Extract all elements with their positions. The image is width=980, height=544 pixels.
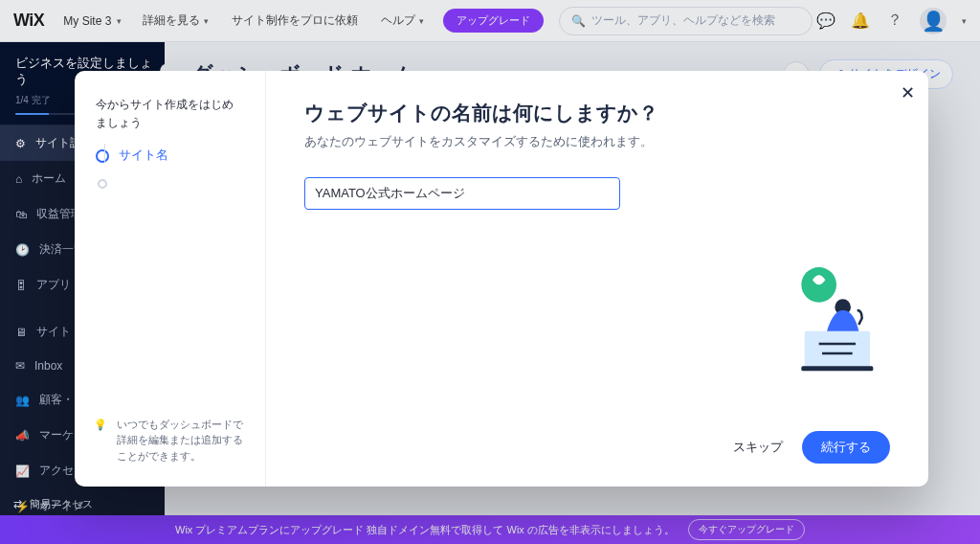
svg-rect-1 bbox=[805, 331, 870, 368]
svg-rect-2 bbox=[801, 366, 873, 371]
lightbulb-icon: 💡 bbox=[94, 417, 107, 465]
modal-subtitle: あなたのウェブサイトをカスタマイズするために使われます。 bbox=[304, 134, 890, 150]
onboarding-modal: 今からサイト作成をはじめましょう サイト名 💡 いつでもダッシュボードで詳細を編… bbox=[75, 71, 928, 487]
step-connector-line bbox=[104, 144, 105, 163]
skip-button[interactable]: スキップ bbox=[733, 439, 783, 456]
site-name-input[interactable] bbox=[304, 177, 620, 210]
illustration-icon bbox=[789, 262, 884, 374]
modal-title: ウェブサイトの名前は何にしますか？ bbox=[304, 100, 890, 126]
close-icon[interactable]: ✕ bbox=[901, 82, 915, 103]
modal-footer: スキップ 続行する bbox=[304, 414, 890, 464]
hint-text: 💡 いつでもダッシュボードで詳細を編集または追加することができます。 bbox=[94, 417, 246, 465]
continue-button[interactable]: 続行する bbox=[802, 431, 890, 464]
steps-title: 今からサイト作成をはじめましょう bbox=[96, 96, 244, 132]
modal-content: ✕ ウェブサイトの名前は何にしますか？ あなたのウェブサイトをカスタマイズするた… bbox=[266, 71, 928, 487]
modal-steps-panel: 今からサイト作成をはじめましょう サイト名 💡 いつでもダッシュボードで詳細を編… bbox=[75, 71, 266, 487]
step-circle-icon bbox=[98, 179, 107, 189]
step-site-name[interactable]: サイト名 bbox=[96, 147, 244, 164]
step-next bbox=[96, 179, 244, 189]
step-circle-active-icon bbox=[96, 149, 109, 163]
